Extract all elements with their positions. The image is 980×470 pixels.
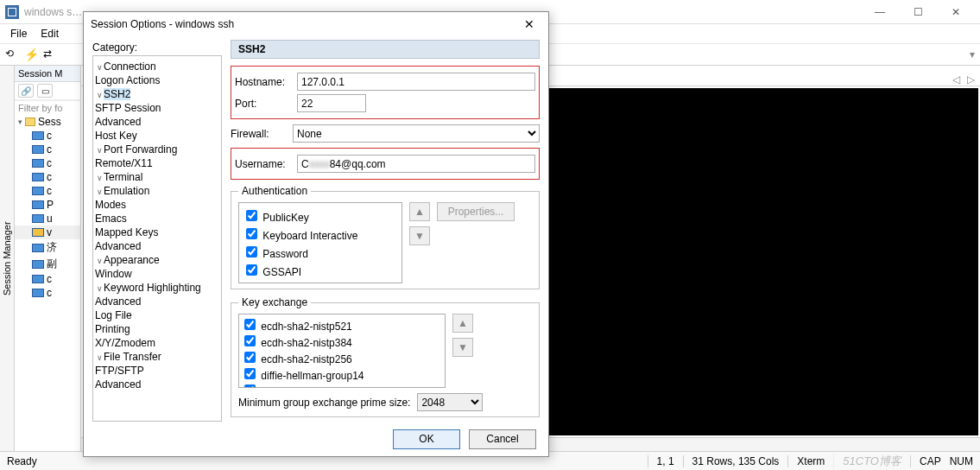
tree-connection[interactable]: Connection — [104, 60, 156, 73]
section-header-ssh2: SSH2 — [231, 40, 540, 59]
quick-connect-icon[interactable]: ⚡ — [24, 48, 38, 61]
reconnect-icon[interactable]: ⟲ — [5, 48, 19, 61]
toolbar-chevron-icon[interactable]: ▾ — [970, 48, 975, 60]
dialog-title: Session Options - windows ssh — [91, 18, 234, 30]
maximize-button[interactable]: ☐ — [899, 0, 937, 24]
list-item[interactable]: c — [15, 129, 80, 143]
tree-advanced-emu[interactable]: Advanced — [95, 240, 141, 252]
tree-ssh2[interactable]: SSH2 — [104, 88, 130, 100]
category-tree[interactable]: ∨Connection Logon Actions ∨SSH2 SFTP Ses… — [92, 55, 222, 422]
kx-item-checkbox[interactable] — [244, 352, 256, 363]
kx-move-up-button[interactable]: ▲ — [452, 314, 473, 333]
key-exchange-group: Key exchange ecdh-sha2-nistp521 ecdh-sha… — [231, 296, 540, 417]
auth-methods-list[interactable]: PublicKey Keyboard Interactive Password … — [238, 202, 402, 283]
tree-xyzmodem[interactable]: X/Y/Zmodem — [95, 337, 155, 349]
hostname-label: Hostname: — [235, 76, 297, 88]
status-num: NUM — [950, 455, 973, 467]
link-icon[interactable]: 🔗 — [18, 84, 34, 98]
tree-port-forwarding[interactable]: Port Forwarding — [104, 143, 177, 156]
hostname-input[interactable] — [297, 73, 535, 91]
tree-advanced-ft[interactable]: Advanced — [95, 378, 141, 391]
username-input[interactable]: Cxxxx84@qq.com — [297, 155, 535, 173]
session-options-dialog: Session Options - windows ssh ✕ Category… — [83, 11, 549, 457]
list-item[interactable]: c — [15, 143, 80, 156]
list-item[interactable]: 副 — [15, 256, 80, 272]
properties-button: Properties... — [437, 202, 515, 221]
tree-log-file[interactable]: Log File — [95, 309, 132, 321]
list-item[interactable]: c — [15, 170, 80, 184]
menu-file[interactable]: File — [3, 26, 34, 41]
kx-item-checkbox[interactable] — [244, 384, 256, 388]
status-cursor-pos: 1, 1 — [648, 455, 683, 467]
status-cap: CAP — [910, 455, 950, 467]
tab-scroll-left-icon[interactable]: ◁ — [952, 73, 960, 86]
port-label: Port: — [235, 98, 297, 110]
list-item[interactable]: c — [15, 156, 80, 170]
tree-keyword-highlighting[interactable]: Keyword Highlighting — [104, 282, 201, 294]
watermark: 51CTO博客 — [833, 454, 910, 469]
highlight-hostname-port: Hostname: Port: — [231, 66, 540, 119]
list-item[interactable]: c — [15, 272, 80, 286]
new-folder-icon[interactable]: ▭ — [37, 84, 53, 98]
tree-mapped-keys[interactable]: Mapped Keys — [95, 226, 158, 238]
tree-host-key[interactable]: Host Key — [95, 130, 137, 142]
tree-appearance[interactable]: Appearance — [104, 254, 160, 266]
status-size: 31 Rows, 135 Cols — [683, 455, 788, 467]
menu-edit[interactable]: Edit — [34, 26, 66, 41]
tree-file-transfer[interactable]: File Transfer — [104, 351, 161, 363]
tree-window[interactable]: Window — [95, 268, 132, 280]
kx-list[interactable]: ecdh-sha2-nistp521 ecdh-sha2-nistp384 ec… — [238, 314, 446, 388]
list-item[interactable]: c — [15, 286, 80, 300]
authentication-legend: Authentication — [238, 185, 311, 197]
ok-button[interactable]: OK — [393, 429, 460, 449]
status-ready: Ready — [7, 455, 37, 467]
tree-emulation[interactable]: Emulation — [104, 185, 149, 197]
tree-advanced-kh[interactable]: Advanced — [95, 295, 141, 308]
tree-logon-actions[interactable]: Logon Actions — [95, 74, 160, 86]
session-manager-panel: Session Manager Session M 🔗 ▭ Filter by … — [0, 66, 81, 451]
auth-password-checkbox[interactable] — [246, 246, 257, 257]
close-button[interactable]: ✕ — [937, 0, 975, 24]
list-item[interactable]: c — [15, 184, 80, 198]
tab-scroll-right-icon[interactable]: ▷ — [967, 73, 975, 86]
authentication-group: Authentication PublicKey Keyboard Intera… — [231, 185, 540, 289]
auth-move-up-button[interactable]: ▲ — [409, 202, 430, 221]
list-item-selected[interactable]: v — [15, 225, 80, 239]
port-input[interactable] — [297, 94, 366, 112]
session-manager-title: Session M — [15, 66, 80, 82]
auth-move-down-button[interactable]: ▼ — [409, 226, 430, 245]
min-group-select[interactable]: 2048 — [417, 393, 483, 411]
session-manager-tab[interactable]: Session Manager — [0, 66, 15, 451]
tree-ftp-sftp[interactable]: FTP/SFTP — [95, 365, 144, 377]
auth-keyboard-checkbox[interactable] — [246, 228, 257, 239]
tree-printing[interactable]: Printing — [95, 323, 130, 335]
tree-sftp-session[interactable]: SFTP Session — [95, 102, 161, 114]
minimize-button[interactable]: — — [861, 0, 899, 24]
filter-input[interactable]: Filter by fo — [15, 100, 80, 115]
tree-advanced[interactable]: Advanced — [95, 116, 141, 128]
kx-move-down-button[interactable]: ▼ — [452, 338, 473, 357]
list-item[interactable]: u — [15, 212, 80, 225]
tree-terminal[interactable]: Terminal — [104, 171, 142, 183]
session-folder[interactable]: Sess — [15, 115, 80, 129]
kx-item-checkbox[interactable] — [244, 319, 256, 330]
app-title: windows s… — [24, 6, 82, 18]
tree-emacs[interactable]: Emacs — [95, 213, 127, 225]
dialog-close-button[interactable]: ✕ — [517, 12, 541, 36]
firewall-label: Firewall: — [231, 128, 293, 140]
firewall-select[interactable]: None — [293, 124, 540, 143]
kx-item-checkbox[interactable] — [244, 335, 256, 346]
auth-publickey-checkbox[interactable] — [246, 210, 257, 221]
cancel-button[interactable]: Cancel — [469, 429, 536, 449]
kx-item-checkbox[interactable] — [244, 368, 256, 379]
status-term: Xterm — [787, 455, 833, 467]
auth-gssapi-checkbox[interactable] — [246, 264, 257, 276]
username-label: Username: — [235, 158, 297, 170]
list-item[interactable]: P — [15, 198, 80, 212]
key-exchange-legend: Key exchange — [238, 296, 311, 308]
tree-remote-x11[interactable]: Remote/X11 — [95, 157, 153, 169]
session-list: Sess c c c c c P u v 济 副 c c — [15, 115, 80, 300]
tree-modes[interactable]: Modes — [95, 199, 126, 211]
list-item[interactable]: 济 — [15, 239, 80, 256]
sync-icon[interactable]: ⇄ — [43, 48, 57, 61]
